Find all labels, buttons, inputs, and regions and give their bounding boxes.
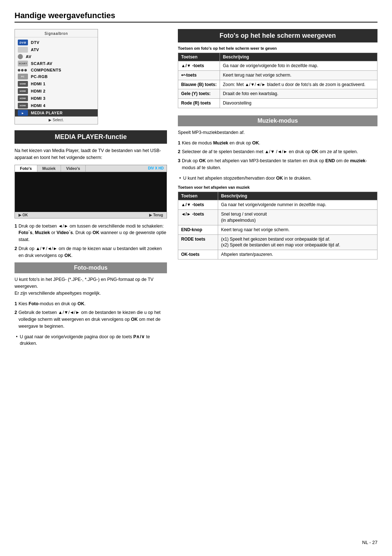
- hdmi1-icon: HDMI: [18, 81, 28, 87]
- foto-modus-bullets: • U gaat naar de vorige/volgende pagina …: [15, 334, 167, 347]
- fotos-val-2: Keert terug naar het vorige scherm.: [220, 70, 377, 80]
- signal-row-av[interactable]: AV: [15, 53, 98, 60]
- signal-label-av: AV: [26, 54, 31, 59]
- page-number: NL - 27: [362, 540, 377, 545]
- signal-source-box: Signaalbron DVB DTV ATV AV SCART SCART-A…: [15, 29, 98, 124]
- muziek-description: Speelt MP3-muziekbestanden af.: [178, 129, 377, 136]
- fotos-val-4: Draait de foto een kwartslag.: [220, 89, 377, 99]
- signal-label-dtv: DTV: [31, 40, 40, 45]
- muziek-table-caption: Toetsen voor het afspelen van muziek: [178, 185, 377, 189]
- player-footer: ▶ OK ▶ Terug: [15, 212, 167, 218]
- muziek-step-2: 2 Selecteer de af te spelen bestanden me…: [178, 148, 377, 155]
- tab-fotos[interactable]: Foto's: [15, 165, 37, 172]
- table-row: ▲/▼ -toets Ga naar het vorige/volgende n…: [178, 200, 377, 210]
- signal-title: Signaalbron: [15, 32, 98, 37]
- media-player-header: MEDIA PLAYER-functie: [15, 130, 167, 144]
- hdmi3-icon: HDMI: [18, 95, 28, 101]
- fotos-key-4: Gele (Y) toets:: [178, 89, 220, 99]
- tab-muziek[interactable]: Muziek: [37, 165, 61, 172]
- fotos-val-5: Diavoorstelling: [220, 99, 377, 108]
- signal-row-dtv[interactable]: DVB DTV: [15, 39, 98, 46]
- signal-row-components[interactable]: COMPONENTS: [15, 67, 98, 73]
- signal-row-scart[interactable]: SCART SCART-AV: [15, 60, 98, 67]
- fotos-table: Toetsen Beschrijving ▲/▼ -toets Ga naar …: [178, 53, 377, 108]
- muziek-key-3: END-knop: [178, 225, 218, 234]
- fotos-val-3: Zoom: Met ▲/▼/◄/► bladert u door de foto…: [220, 80, 377, 89]
- muziek-bullet-1: • U kunt het afspelen stopzetten/hervatt…: [178, 175, 377, 182]
- scart-icon: SCART: [18, 61, 28, 66]
- foto-modus-desc1: U kunt foto's in het JPEG- (*.JPE-, *.JP…: [15, 276, 167, 297]
- muziek-val-4: (x1) Speelt het gekozen bestand voor onb…: [218, 234, 377, 250]
- foto-bullet-1: • U gaat naar de vorige/volgende pagina …: [15, 334, 167, 347]
- table-row: Rode (R) toets Diavoorstelling: [178, 99, 377, 108]
- muziek-key-2: ◄/► -toets: [178, 210, 218, 225]
- fotos-table-caption: Toetsen om foto's op het hele scherm wee…: [178, 46, 377, 50]
- player-content-area: [15, 172, 167, 212]
- tab-videos[interactable]: Video's: [61, 165, 85, 172]
- foto-modus-header: Foto-modus: [15, 262, 167, 273]
- signal-row-pcrgb[interactable]: PC PC-RGB: [15, 73, 98, 80]
- muziek-val-1: Ga naar het vorige/volgende nummer in de…: [218, 200, 377, 210]
- muziek-table-header-toetsen: Toetsen: [178, 192, 218, 200]
- table-row: ◄/► -toets Snel terug / snel vooruit(in …: [178, 210, 377, 225]
- player-instructions: 1 Druk op de toetsen ◄/► om tussen de ve…: [15, 223, 167, 259]
- right-column: Foto's op het hele scherm weergeven Toet…: [178, 29, 377, 351]
- table-row: Blauwe (B) toets: Zoom: Met ▲/▼/◄/► blad…: [178, 80, 377, 89]
- left-column: Signaalbron DVB DTV ATV AV SCART SCART-A…: [15, 29, 167, 351]
- footer-terug: ▶ Terug: [149, 213, 163, 217]
- signal-label-scart: SCART-AV: [31, 61, 52, 66]
- main-layout: Signaalbron DVB DTV ATV AV SCART SCART-A…: [15, 29, 377, 351]
- muziek-val-2: Snel terug / snel vooruit(in afspeelmodu…: [218, 210, 377, 225]
- signal-row-atv[interactable]: ATV: [15, 46, 98, 53]
- table-row: OK-toets Afspelen starten/pauzeren.: [178, 250, 377, 259]
- muziek-bullets: • U kunt het afspelen stopzetten/hervatt…: [178, 175, 377, 182]
- signal-label-hdmi2: HDMI 2: [31, 89, 45, 93]
- hdmi4-icon: HDMI: [18, 103, 28, 109]
- mediaplayer-icon: ▶: [18, 110, 28, 116]
- fotos-key-2: ↩-toets: [178, 70, 220, 80]
- signal-label-pcrgb: PC-RGB: [31, 74, 48, 79]
- pcrgb-icon: PC: [18, 74, 28, 79]
- muziek-steps: 1 Kies de modus Muziek en druk op OK. 2 …: [178, 140, 377, 171]
- page-header: Handige weergavefuncties: [15, 11, 377, 23]
- muziek-step-1: 1 Kies de modus Muziek en druk op OK.: [178, 140, 377, 147]
- table-row: ↩-toets Keert terug naar het vorige sche…: [178, 70, 377, 80]
- signal-row-hdmi1[interactable]: HDMI HDMI 1: [15, 80, 98, 87]
- fotos-key-5: Rode (R) toets: [178, 99, 220, 108]
- footer-ok: ▶ OK: [19, 213, 28, 217]
- instruction-1: 1 Druk op de toetsen ◄/► om tussen de ve…: [15, 223, 167, 243]
- player-screenshot: Foto's Muziek Video's DIV X HD ▶ OK ▶ Te…: [15, 165, 167, 218]
- signal-label-hdmi3: HDMI 3: [31, 96, 45, 101]
- fotos-scherm-header: Foto's op het hele scherm weergeven: [178, 29, 377, 42]
- fotos-table-header-beschrijving: Beschrijving: [220, 53, 377, 61]
- player-tabs: Foto's Muziek Video's DIV X HD: [15, 165, 167, 172]
- muziek-key-1: ▲/▼ -toets: [178, 200, 218, 210]
- fotos-table-header-toetsen: Toetsen: [178, 53, 220, 61]
- fotos-key-1: ▲/▼ -toets: [178, 61, 220, 71]
- table-row: END-knop Keert terug naar het vorige sch…: [178, 225, 377, 234]
- media-player-description: Na het kiezen van Media Player, laadt de…: [15, 147, 167, 161]
- signal-row-hdmi3[interactable]: HDMI HDMI 3: [15, 95, 98, 102]
- signal-row-hdmi2[interactable]: HDMI HDMI 2: [15, 87, 98, 95]
- hdmi2-icon: HDMI: [18, 88, 28, 94]
- signal-label-hdmi4: HDMI 4: [31, 103, 45, 108]
- av-icon: [18, 54, 23, 59]
- signal-row-mediaplayer[interactable]: ▶ MEDIA PLAYER: [15, 109, 98, 116]
- table-row: RODE toets (x1) Speelt het gekozen besta…: [178, 234, 377, 250]
- table-row: ▲/▼ -toets Ga naar de vorige/volgende fo…: [178, 61, 377, 71]
- muziek-key-5: OK-toets: [178, 250, 218, 259]
- signal-row-hdmi4[interactable]: HDMI HDMI 4: [15, 102, 98, 109]
- instruction-2: 2 Druk op ▲/▼/◄/► om de map te kiezen wa…: [15, 245, 167, 259]
- muziek-table: Toetsen Beschrijving ▲/▼ -toets Ga naar …: [178, 192, 377, 259]
- foto-step-2: 2 Gebruik de toetsen ▲/▼/◄/► om de besta…: [15, 309, 167, 330]
- signal-label-mediaplayer: MEDIA PLAYER: [31, 111, 63, 115]
- atv-icon: [18, 47, 28, 53]
- foto-modus-steps: 1 Kies Foto-modus en druk op OK. 2 Gebru…: [15, 301, 167, 330]
- foto-step-1: 1 Kies Foto-modus en druk op OK.: [15, 301, 167, 307]
- page-title: Handige weergavefuncties: [15, 11, 377, 20]
- signal-select: ▶ Select.: [15, 116, 98, 122]
- muziek-table-header-beschrijving: Beschrijving: [218, 192, 377, 200]
- table-row: Gele (Y) toets: Draait de foto een kwart…: [178, 89, 377, 99]
- muziek-val-5: Afspelen starten/pauzeren.: [218, 250, 377, 259]
- fotos-val-1: Ga naar de vorige/volgende foto in dezel…: [220, 61, 377, 71]
